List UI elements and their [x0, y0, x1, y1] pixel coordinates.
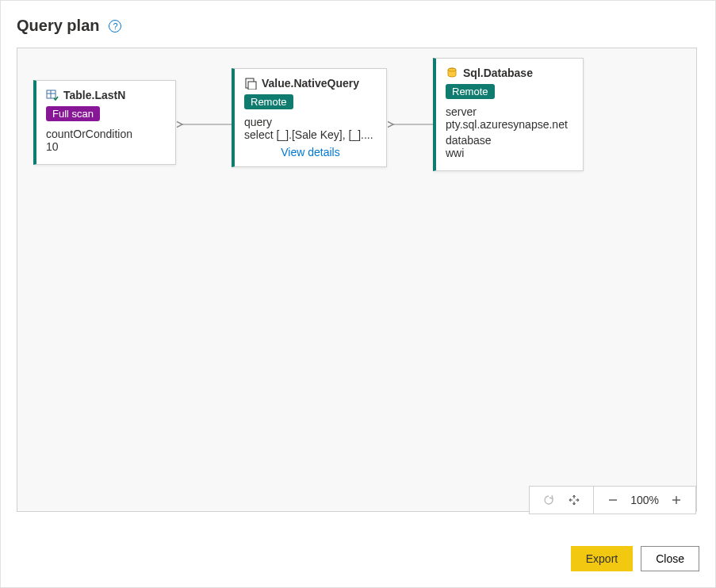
help-icon-glyph: ?	[113, 21, 117, 31]
view-details-link[interactable]: View details	[244, 146, 377, 158]
zoom-out-icon[interactable]	[603, 491, 622, 510]
remote-badge: Remote	[446, 84, 495, 99]
reset-view-icon[interactable]	[539, 491, 558, 510]
query-plan-canvas[interactable]: Table.LastN Full scan countOrCondition 1…	[17, 48, 697, 512]
node-sql-database[interactable]: Sql.Database Remote server pty.sql.azure…	[433, 58, 584, 171]
full-scan-badge: Full scan	[46, 106, 100, 121]
svg-rect-4	[248, 82, 256, 90]
param-value: select [_].[Sale Key], [_]....	[244, 128, 377, 141]
node-table-lastn[interactable]: Table.LastN Full scan countOrCondition 1…	[33, 80, 176, 165]
server-label: server	[446, 105, 573, 118]
zoom-toolbar: 100%	[529, 486, 696, 514]
node-header: Value.NativeQuery	[244, 77, 377, 90]
param-label: countOrCondition	[46, 128, 166, 140]
database-value: wwi	[446, 147, 573, 159]
query-icon	[244, 77, 257, 90]
database-label: database	[446, 134, 573, 147]
zoom-level: 100%	[630, 494, 659, 506]
fit-to-screen-icon[interactable]	[565, 491, 584, 510]
server-value: pty.sql.azuresynapse.net	[446, 118, 573, 131]
database-icon	[446, 67, 458, 79]
dialog-title: Query plan	[17, 17, 99, 35]
node-title: Table.LastN	[63, 89, 125, 101]
node-header: Sql.Database	[446, 67, 573, 79]
dialog-footer: Export Close	[571, 546, 699, 571]
param-label: query	[244, 116, 377, 128]
export-button[interactable]: Export	[571, 546, 633, 571]
zoom-in-icon[interactable]	[667, 491, 686, 510]
node-value-nativequery[interactable]: Value.NativeQuery Remote query select [_…	[232, 68, 387, 167]
help-icon[interactable]: ?	[109, 20, 121, 32]
table-icon	[46, 89, 59, 101]
param-value: 10	[46, 140, 166, 153]
node-title: Sql.Database	[463, 67, 533, 79]
node-title: Value.NativeQuery	[262, 77, 359, 90]
node-header: Table.LastN	[46, 89, 166, 101]
dialog-header: Query plan ?	[17, 17, 699, 35]
remote-badge: Remote	[244, 94, 293, 109]
close-button[interactable]: Close	[641, 546, 699, 571]
